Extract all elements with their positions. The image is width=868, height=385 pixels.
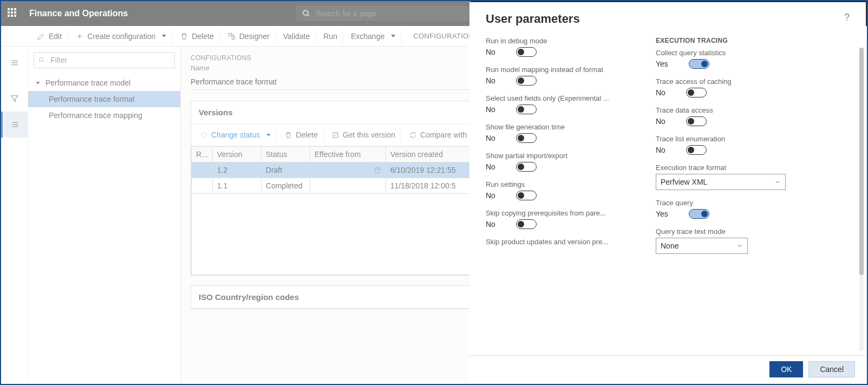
change-status-button[interactable]: Change status — [194, 128, 277, 141]
plus-icon — [75, 32, 84, 41]
field-label: Skip copying prerequisites from pare... — [486, 209, 632, 217]
designer-icon — [227, 32, 236, 41]
app-launcher-icon[interactable] — [8, 8, 18, 19]
toggle[interactable] — [689, 59, 709, 69]
svg-line-15 — [42, 61, 44, 62]
toggle[interactable] — [516, 133, 537, 143]
edit-icon — [37, 32, 45, 41]
col-eff[interactable]: Effective from — [310, 147, 386, 162]
field-value: No — [656, 146, 665, 154]
field-value: Yes — [656, 60, 668, 68]
field-label: Skip product updates and version pre... — [486, 238, 632, 246]
filter-rail-icon[interactable] — [1, 86, 28, 112]
field-value: No — [486, 105, 495, 114]
field-value: No — [486, 191, 495, 200]
search-icon — [302, 9, 310, 18]
designer-button[interactable]: Designer — [222, 29, 276, 44]
toggle[interactable] — [686, 145, 707, 155]
field-value: No — [486, 76, 495, 85]
exec-format-label: Execution trace format — [656, 164, 802, 172]
exec-format-select[interactable]: Perfview XML — [656, 174, 786, 190]
col-status[interactable]: Status — [261, 147, 310, 162]
cancel-button[interactable]: Cancel — [808, 361, 855, 377]
query-mode-label: Query trace text mode — [656, 227, 802, 236]
svg-rect-4 — [229, 33, 231, 36]
field-label: Trace data access — [656, 106, 802, 114]
trace-query-label: Trace query — [656, 199, 802, 207]
toggle[interactable] — [516, 105, 537, 114]
app-title: Finance and Operations — [29, 9, 128, 18]
svg-point-16 — [201, 132, 207, 138]
delete-button[interactable]: Delete — [174, 29, 219, 44]
get-icon — [331, 131, 340, 139]
toggle[interactable] — [516, 162, 537, 172]
field-label: Show file generation time — [486, 123, 632, 131]
toggle[interactable] — [686, 88, 707, 97]
edit-button[interactable]: Edit — [31, 29, 68, 44]
trash-icon — [180, 32, 188, 41]
breadcrumb: CONFIGURATION — [413, 32, 474, 40]
create-config-button[interactable]: Create configuration — [70, 29, 172, 44]
toggle[interactable] — [686, 116, 707, 126]
name-value: Performance trace format — [191, 75, 497, 90]
field-label: Select used fields only (Experimental ..… — [486, 94, 632, 102]
svg-line-1 — [308, 15, 309, 16]
col-r[interactable]: R... — [192, 147, 213, 162]
toggle[interactable] — [516, 191, 537, 200]
svg-point-0 — [303, 10, 308, 15]
hamburger-icon[interactable] — [1, 50, 28, 76]
field-value: No — [486, 48, 495, 56]
chevron-down-icon — [736, 243, 743, 249]
toggle[interactable] — [516, 219, 537, 229]
user-parameters-panel: User parameters ? Run in debug modeNoRun… — [469, 2, 866, 383]
svg-rect-17 — [333, 133, 338, 138]
compare-button[interactable]: Compare with d — [403, 128, 479, 141]
svg-rect-5 — [232, 36, 234, 39]
exec-tracing-header: EXECUTION TRACING — [656, 37, 802, 44]
trash-icon — [284, 131, 292, 139]
tree-root[interactable]: Performance trace model — [28, 75, 180, 91]
status-icon — [200, 131, 208, 139]
panel-title: User parameters — [486, 12, 580, 26]
list-rail-icon[interactable] — [1, 112, 28, 138]
field-label: Run in debug mode — [486, 37, 632, 45]
versions-delete-button[interactable]: Delete — [279, 128, 323, 141]
name-label: Name — [191, 64, 497, 72]
field-label: Trace list enumeration — [656, 135, 802, 143]
field-label: Run settings — [486, 180, 632, 188]
field-value: No — [486, 134, 495, 142]
field-value: No — [486, 220, 495, 229]
help-icon[interactable]: ? — [844, 12, 850, 23]
field-label: Collect query statistics — [656, 49, 802, 57]
field-value: No — [656, 117, 665, 126]
trace-query-toggle[interactable] — [689, 209, 709, 219]
toggle[interactable] — [516, 76, 537, 86]
field-label: Show partial import/export — [486, 152, 632, 160]
svg-rect-18 — [375, 168, 380, 173]
run-button[interactable]: Run — [318, 29, 343, 44]
field-label: Trace access of caching — [656, 77, 802, 86]
query-mode-select[interactable]: None — [656, 238, 748, 254]
tree-item-mapping[interactable]: Performance trace mapping — [28, 107, 180, 123]
compare-icon — [409, 131, 417, 139]
exchange-button[interactable]: Exchange — [345, 29, 401, 44]
ok-button[interactable]: OK — [769, 361, 803, 377]
field-label: Run model mapping instead of format — [486, 66, 632, 74]
toggle[interactable] — [516, 47, 537, 57]
field-value: No — [486, 162, 495, 171]
filter-search-icon — [38, 56, 45, 64]
tree-item-format[interactable]: Performance trace format — [28, 91, 180, 107]
filter-input[interactable] — [34, 52, 175, 68]
scrollbar[interactable] — [859, 48, 864, 350]
validate-button[interactable]: Validate — [278, 29, 316, 44]
get-version-button[interactable]: Get this version — [326, 128, 401, 141]
calendar-icon[interactable] — [374, 166, 381, 174]
field-value: No — [656, 88, 665, 97]
col-version[interactable]: Version — [212, 147, 261, 162]
chevron-down-icon — [774, 179, 781, 185]
